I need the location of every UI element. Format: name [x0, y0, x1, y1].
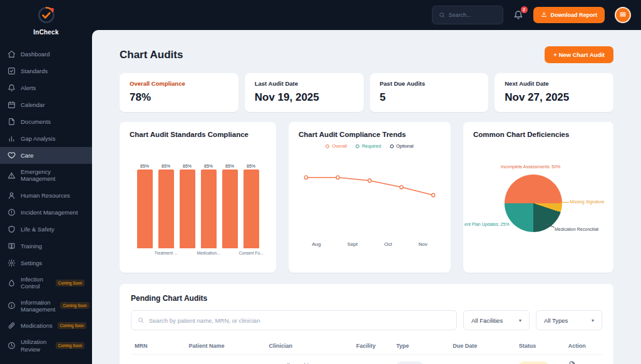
sidebar-item-training[interactable]: Training	[0, 238, 92, 255]
alert-triangle-icon	[8, 171, 16, 179]
legend-item-optional[interactable]: Optional	[390, 143, 414, 149]
column-header-mrn: MRN	[131, 338, 185, 355]
bell-icon	[513, 11, 523, 22]
clock-icon	[8, 341, 16, 350]
sidebar-item-infection-control[interactable]: Infection ControlComing Soon	[0, 271, 92, 295]
bar: 85%Consent Fo...	[244, 144, 259, 256]
document-icon[interactable]	[568, 361, 576, 364]
data-point	[400, 185, 403, 189]
column-header-status: Status	[515, 338, 565, 355]
bar: 85%Medication...	[201, 144, 217, 256]
sidebar-item-information-management[interactable]: Information ManagementComing Soon	[0, 295, 92, 318]
topbar: 2 Download Report	[92, 0, 641, 30]
legend-item-overall[interactable]: Overall	[326, 143, 347, 149]
pie-slice-label: Missing Signature	[570, 200, 605, 204]
sidebar-item-settings[interactable]: Settings	[0, 255, 92, 271]
sidebar-item-emergency-management[interactable]: Emergency Management	[0, 164, 92, 187]
gear-icon	[8, 259, 16, 267]
coming-soon-badge: Coming Soon	[56, 342, 85, 349]
x-axis-tick-label: Sept	[347, 241, 357, 247]
avatar[interactable]	[615, 7, 631, 23]
incheck-logo-icon	[37, 6, 56, 27]
bar-category-label: Treatment ...	[155, 251, 178, 256]
sidebar-item-documents[interactable]: Documents	[0, 113, 92, 130]
cell-status: Pending	[515, 355, 565, 364]
chevron-down-icon: ▾	[519, 318, 521, 323]
sidebar-item-care[interactable]: Care	[0, 147, 92, 164]
bar-chart-icon	[8, 134, 16, 143]
bar-chart: 85%85%Treatment ...85%85%Medication...85…	[130, 144, 266, 256]
bar-value-label: 85%	[162, 164, 170, 168]
bar: 85%	[180, 144, 195, 256]
bar: 85%	[137, 144, 153, 256]
bar-rect	[158, 169, 174, 248]
cell-patient-name: Dante	[185, 355, 265, 364]
sidebar-item-label: Incident Management	[21, 209, 85, 216]
home-icon	[8, 50, 16, 58]
table-row[interactable]: MRN-9219DanteDr. Emily RodriguezAnnualOc…	[131, 355, 602, 364]
legend-item-required[interactable]: Required	[356, 143, 381, 149]
column-header-clinician: Clinician	[265, 338, 352, 355]
sidebar-item-medications[interactable]: MedicationsComing Soon	[0, 317, 92, 334]
sidebar-item-label: Infection Control	[21, 276, 51, 290]
sidebar-item-label: Alerts	[21, 84, 85, 91]
x-axis-tick-label: Aug	[312, 241, 320, 247]
sidebar-item-label: Gap Analysis	[21, 135, 85, 142]
info-icon	[8, 301, 16, 310]
bell-icon	[8, 84, 16, 92]
types-filter-dropdown[interactable]: All Types ▾	[536, 310, 602, 330]
page-title: Chart Audits	[120, 49, 183, 61]
shield-icon	[8, 225, 16, 233]
new-chart-audit-button[interactable]: + New Chart Audit	[545, 46, 613, 63]
global-search[interactable]	[432, 6, 503, 24]
bar-category-label: Medication...	[197, 251, 220, 256]
sidebar-item-label: Standards	[21, 68, 85, 74]
pending-search[interactable]	[131, 310, 457, 330]
stat-label: Next Audit Date	[505, 80, 603, 87]
pending-search-input[interactable]	[149, 317, 450, 324]
cell-mrn: MRN-9219	[131, 355, 185, 364]
notification-count-badge: 2	[521, 6, 528, 13]
column-header-facility: Facility	[352, 338, 392, 355]
sidebar-item-label: Dashboard	[21, 51, 85, 58]
search-input[interactable]	[449, 12, 498, 18]
check-square-icon	[8, 67, 16, 75]
sidebar-item-label: Information Management	[21, 299, 55, 313]
sidebar-item-life-safety[interactable]: Life & Safety	[0, 221, 92, 238]
bar-value-label: 85%	[140, 164, 149, 168]
pie-slice-label: Incomplete Assessments: 50%	[501, 164, 560, 169]
column-header-patient-name: Patient Name	[185, 338, 265, 355]
line-chart-card: Chart Audit Compliance Trends OverallReq…	[289, 122, 451, 273]
download-report-button[interactable]: Download Report	[533, 7, 605, 23]
pie-slice-label: ent Plan Updates: 25%	[464, 222, 510, 226]
sidebar-item-gap-analysis[interactable]: Gap Analysis	[0, 130, 92, 147]
facilities-filter-dropdown[interactable]: All Facilities ▾	[463, 310, 530, 330]
bar-rect	[222, 169, 238, 248]
line-chart	[299, 151, 441, 233]
legend-label: Overall	[332, 143, 347, 149]
sidebar-item-human-resources[interactable]: Human Resources	[0, 187, 92, 204]
line-chart-legend: OverallRequiredOptional	[299, 143, 441, 149]
search-icon	[138, 315, 144, 326]
sidebar-item-alerts[interactable]: Alerts	[0, 79, 92, 96]
sidebar-item-incident-management[interactable]: Incident Management	[0, 204, 92, 221]
data-point	[336, 176, 339, 179]
cell-clinician: Dr. Emily Rodriguez	[265, 355, 352, 364]
sidebar-nav: DashboardStandardsAlertsCalendarDocument…	[0, 42, 92, 364]
status-badge: Pending	[519, 361, 548, 364]
sidebar-item-label: Medications	[21, 322, 53, 329]
sidebar-item-utilization-review[interactable]: Utilization ReviewComing Soon	[0, 334, 92, 357]
heart-icon	[8, 151, 16, 159]
stat-value: Nov 27, 2025	[505, 91, 603, 104]
stat-value: 5	[380, 91, 479, 104]
sidebar-item-dashboard[interactable]: Dashboard	[0, 46, 92, 63]
sidebar-item-calendar[interactable]: Calendar	[0, 96, 92, 113]
sidebar-item-standards[interactable]: Standards	[0, 63, 92, 79]
stat-value: 78%	[130, 91, 228, 104]
notifications-button[interactable]: 2	[513, 10, 523, 20]
pie-chart-title: Common Chart Deficiencies	[473, 131, 603, 138]
sidebar-item-label: Training	[21, 243, 85, 250]
legend-label: Required	[362, 143, 381, 149]
bar-value-label: 85%	[247, 164, 255, 168]
bar-value-label: 85%	[183, 164, 192, 168]
